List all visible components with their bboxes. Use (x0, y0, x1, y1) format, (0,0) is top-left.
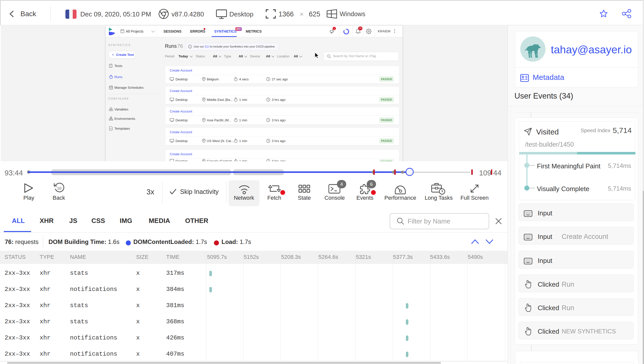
svg-text:10: 10 (57, 186, 61, 190)
